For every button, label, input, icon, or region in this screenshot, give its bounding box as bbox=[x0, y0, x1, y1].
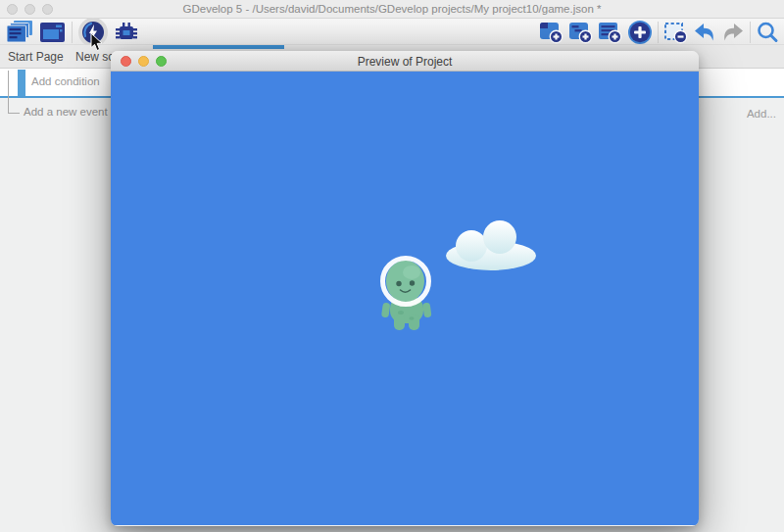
redo-icon bbox=[721, 22, 745, 43]
cloud-sprite bbox=[444, 220, 538, 275]
main-titlebar: GDevelop 5 - /Users/david/Documents/GDev… bbox=[0, 0, 784, 19]
active-tab-indicator bbox=[153, 45, 284, 49]
window-title: GDevelop 5 - /Users/david/Documents/GDev… bbox=[0, 3, 784, 15]
add-subevent-icon[interactable] bbox=[568, 21, 593, 44]
preview-window-title: Preview of Project bbox=[111, 55, 699, 69]
add-action-button[interactable]: Add... bbox=[747, 108, 776, 120]
add-new-icon[interactable] bbox=[627, 20, 653, 45]
add-condition-button[interactable]: Add condition bbox=[31, 75, 100, 87]
scene-editor-icon[interactable] bbox=[39, 21, 66, 44]
add-event-icon[interactable] bbox=[539, 21, 564, 44]
undo-icon[interactable] bbox=[693, 22, 716, 43]
game-scene[interactable] bbox=[111, 72, 699, 525]
tab-start-page[interactable]: Start Page bbox=[8, 45, 64, 69]
toolbar-separator bbox=[658, 22, 659, 43]
main-toolbar bbox=[0, 19, 784, 45]
alien-character-sprite bbox=[379, 252, 434, 336]
project-manager-icon[interactable] bbox=[6, 20, 33, 44]
gdevelop-app-window: GDevelop 5 - /Users/david/Documents/GDev… bbox=[0, 0, 784, 532]
toolbar-separator bbox=[72, 22, 73, 43]
toolbar-separator bbox=[750, 22, 751, 43]
search-icon[interactable] bbox=[756, 21, 779, 44]
debugger-icon[interactable] bbox=[114, 21, 139, 44]
add-new-event-button[interactable]: Add a new event bbox=[24, 106, 108, 118]
preview-titlebar[interactable]: Preview of Project bbox=[111, 51, 699, 72]
event-tree-guide bbox=[8, 71, 20, 114]
preview-window[interactable]: Preview of Project bbox=[111, 51, 699, 526]
add-comment-icon[interactable] bbox=[598, 21, 622, 44]
mouse-cursor bbox=[90, 33, 103, 56]
remove-event-icon[interactable] bbox=[663, 21, 688, 44]
